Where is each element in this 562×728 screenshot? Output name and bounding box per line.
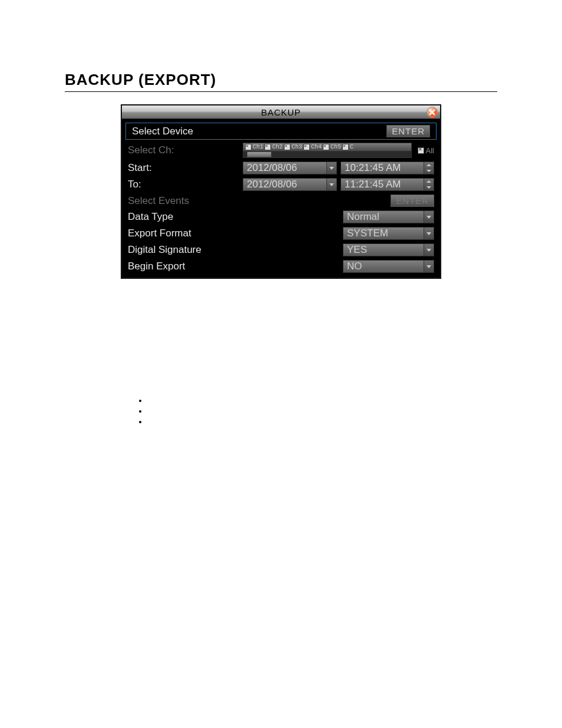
checkbox-icon xyxy=(323,144,329,150)
row-select-device: Select Device ENTER xyxy=(125,123,437,140)
data-type-value: Normal xyxy=(347,211,379,223)
start-date-input[interactable]: 2012/08/06 xyxy=(243,162,337,174)
checkbox-icon xyxy=(418,147,424,154)
checkbox-icon xyxy=(265,144,271,150)
spinner-icon xyxy=(424,179,434,190)
label-select-events: Select Events xyxy=(128,195,243,207)
begin-export-select[interactable]: NO xyxy=(343,260,434,273)
ch-label: Ch1 xyxy=(253,144,263,150)
checkbox-icon xyxy=(245,144,252,150)
row-select-ch: Select Ch: Ch1 Ch2 Ch3 Ch4 Ch5 C xyxy=(122,141,440,160)
row-data-type: Data Type Normal xyxy=(122,209,440,225)
ch-label: Ch2 xyxy=(272,144,283,150)
row-digital-signature: Digital Signature YES xyxy=(122,242,440,258)
to-date-input[interactable]: 2012/08/06 xyxy=(243,178,337,191)
all-label: All xyxy=(426,146,434,155)
scrollbar-thumb[interactable] xyxy=(247,151,272,157)
row-select-events: Select Events ENTER xyxy=(122,193,440,209)
divider xyxy=(65,91,497,92)
label-export-format: Export Format xyxy=(128,228,243,239)
ch-label: Ch4 xyxy=(311,144,322,150)
dropdown-icon xyxy=(424,228,434,239)
to-time-input[interactable]: 11:21:45 AM xyxy=(340,178,434,191)
export-format-value: SYSTEM xyxy=(347,228,388,239)
label-digital-signature: Digital Signature xyxy=(128,244,243,256)
row-begin-export: Begin Export NO xyxy=(122,258,440,278)
row-to: To: 2012/08/06 11:21:45 AM xyxy=(122,176,440,193)
digital-signature-select[interactable]: YES xyxy=(343,243,434,256)
digital-signature-value: YES xyxy=(347,244,367,256)
start-time-input[interactable]: 10:21:45 AM xyxy=(340,162,434,174)
checkbox-icon xyxy=(303,144,310,150)
label-start: Start: xyxy=(128,162,243,174)
label-to: To: xyxy=(128,179,243,190)
dropdown-icon xyxy=(424,261,434,272)
to-time-value: 11:21:45 AM xyxy=(345,179,401,190)
data-type-select[interactable]: Normal xyxy=(343,210,434,223)
close-button[interactable] xyxy=(427,107,438,118)
ch-label: Ch3 xyxy=(292,144,302,150)
start-time-value: 10:21:45 AM xyxy=(345,162,401,174)
list-item xyxy=(147,396,497,398)
row-start: Start: 2012/08/06 10:21:45 AM xyxy=(122,160,440,176)
checkbox-icon xyxy=(342,144,349,150)
export-format-select[interactable]: SYSTEM xyxy=(343,227,434,240)
to-date-value: 2012/08/06 xyxy=(247,179,297,190)
ch-label: Ch5 xyxy=(330,144,341,150)
dialog-titlebar: BACKUP xyxy=(122,106,440,119)
label-select-device: Select Device xyxy=(132,126,247,137)
label-select-ch: Select Ch: xyxy=(128,144,243,156)
close-icon xyxy=(429,109,435,116)
label-data-type: Data Type xyxy=(128,211,243,223)
select-events-enter-button[interactable]: ENTER xyxy=(391,195,434,207)
all-checkbox[interactable]: All xyxy=(418,146,434,155)
backup-dialog: BACKUP Select Device ENTER Select Ch: xyxy=(121,105,441,278)
checkbox-icon xyxy=(284,144,290,150)
begin-export-value: NO xyxy=(347,261,362,272)
start-date-value: 2012/08/06 xyxy=(247,162,297,174)
list-item xyxy=(147,407,497,409)
channel-scrollbar[interactable] xyxy=(243,151,412,158)
label-begin-export: Begin Export xyxy=(128,261,243,272)
bullet-list xyxy=(147,396,497,420)
spinner-icon xyxy=(424,162,434,174)
page-title: BACKUP (EXPORT) xyxy=(65,71,497,89)
select-device-enter-button[interactable]: ENTER xyxy=(386,125,430,137)
dropdown-icon xyxy=(424,244,434,256)
row-export-format: Export Format SYSTEM xyxy=(122,225,440,242)
dropdown-icon xyxy=(326,162,336,174)
dropdown-icon xyxy=(326,179,336,190)
channel-selector[interactable]: Ch1 Ch2 Ch3 Ch4 Ch5 C xyxy=(243,143,412,158)
ch-label: C xyxy=(350,144,353,150)
dropdown-icon xyxy=(424,211,434,223)
dialog-title: BACKUP xyxy=(261,107,301,117)
list-item xyxy=(147,417,497,420)
